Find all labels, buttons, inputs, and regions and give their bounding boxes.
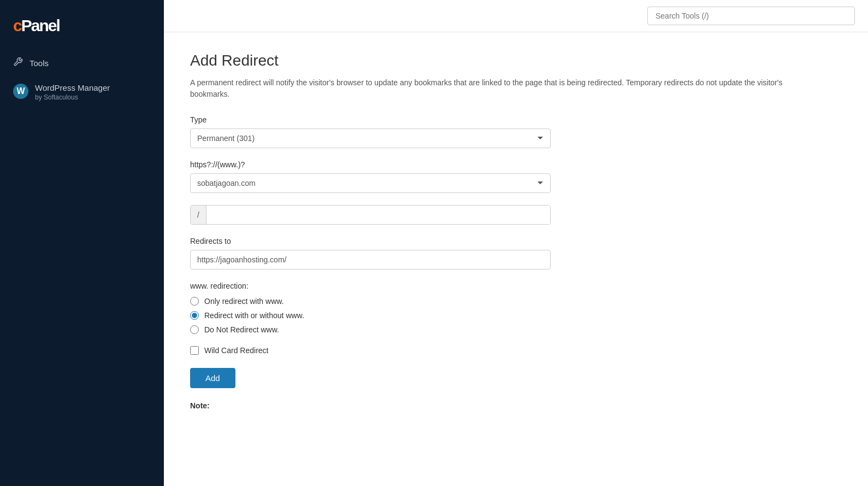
sidebar: cPanel Tools W WordPress Manager by Soft… xyxy=(0,0,164,486)
by-softaculous-label: by Softaculous xyxy=(35,93,110,102)
main-area: Add Redirect A permanent redirect will n… xyxy=(164,0,868,486)
path-form-group: / xyxy=(190,205,842,225)
type-select[interactable]: Permanent (301) Temporary (302) xyxy=(190,128,551,148)
notes-label: Note: xyxy=(190,401,842,410)
radio-item-only-www[interactable]: Only redirect with www. xyxy=(190,297,842,306)
redirects-to-input[interactable] xyxy=(190,250,551,270)
sidebar-nav: Tools W WordPress Manager by Softaculous xyxy=(0,51,164,107)
www-redirection-group: www. redirection: Only redirect with www… xyxy=(190,282,842,334)
type-form-group: Type Permanent (301) Temporary (302) xyxy=(190,115,842,148)
sidebar-item-tools[interactable]: Tools xyxy=(0,51,164,75)
search-tools-input[interactable] xyxy=(647,7,855,25)
radio-do-not-redirect-label: Do Not Redirect www. xyxy=(204,325,279,334)
radio-group: Only redirect with www. Redirect with or… xyxy=(190,297,842,334)
sidebar-item-tools-label: Tools xyxy=(29,58,49,68)
path-input[interactable] xyxy=(206,206,550,224)
wrench-icon xyxy=(13,57,23,69)
wordpress-icon: W xyxy=(13,84,28,99)
radio-only-www[interactable] xyxy=(190,297,199,306)
topbar xyxy=(164,0,868,32)
wordpress-manager-label: WordPress Manager xyxy=(35,83,110,93)
domain-select[interactable]: sobatjagoan.com xyxy=(190,173,551,193)
wildcard-checkbox[interactable] xyxy=(190,346,199,355)
radio-do-not-redirect[interactable] xyxy=(190,325,199,334)
radio-item-do-not-redirect[interactable]: Do Not Redirect www. xyxy=(190,325,842,334)
wildcard-group[interactable]: Wild Card Redirect xyxy=(190,346,842,355)
radio-item-with-or-without[interactable]: Redirect with or without www. xyxy=(190,311,842,320)
redirects-to-label: Redirects to xyxy=(190,237,842,245)
sidebar-wp-label: WordPress Manager by Softaculous xyxy=(35,83,110,102)
www-redirection-label: www. redirection: xyxy=(190,282,842,290)
domain-form-group: https?://(www.)? sobatjagoan.com xyxy=(190,160,842,193)
content-area: Add Redirect A permanent redirect will n… xyxy=(164,32,868,486)
page-description: A permanent redirect will notify the vis… xyxy=(190,77,791,100)
redirects-to-form-group: Redirects to xyxy=(190,237,842,270)
sidebar-item-wordpress-manager[interactable]: W WordPress Manager by Softaculous xyxy=(0,77,164,107)
path-prefix: / xyxy=(191,206,206,224)
domain-label: https?://(www.)? xyxy=(190,160,842,169)
path-input-group: / xyxy=(190,205,551,225)
add-button[interactable]: Add xyxy=(190,368,235,388)
radio-only-www-label: Only redirect with www. xyxy=(204,297,284,306)
type-label: Type xyxy=(190,115,842,124)
logo-area: cPanel xyxy=(0,11,164,51)
cpanel-logo[interactable]: cPanel xyxy=(13,16,151,35)
page-title: Add Redirect xyxy=(190,52,842,69)
radio-with-or-without-label: Redirect with or without www. xyxy=(204,311,304,320)
wildcard-label: Wild Card Redirect xyxy=(204,346,268,355)
radio-with-or-without[interactable] xyxy=(190,311,199,320)
